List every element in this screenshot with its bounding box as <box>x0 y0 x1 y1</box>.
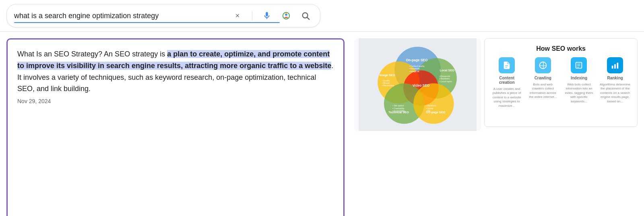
how-seo-card[interactable]: How SEO works Content creation A user cr… <box>484 38 638 127</box>
snippet-date: Nov 29, 2024 <box>17 98 334 104</box>
google-search-button[interactable] <box>298 8 313 23</box>
svg-point-10 <box>413 83 454 124</box>
search-underline <box>14 22 280 23</box>
search-input-wrapper[interactable]: what is a search engine optimization str… <box>6 4 320 27</box>
search-icon <box>301 11 310 20</box>
search-bar: what is a search engine optimization str… <box>0 0 644 32</box>
svg-text:• Backlinks: • Backlinks <box>426 104 437 107</box>
step-label-ranking: Ranking <box>607 76 623 80</box>
voice-search-button[interactable] <box>260 8 274 23</box>
main-content: What Is an SEO Strategy? An SEO strategy… <box>0 32 644 216</box>
svg-rect-39 <box>612 66 613 69</box>
svg-text:• Local topics: • Local topics <box>440 80 452 83</box>
svg-text:• Image-alt: • Image-alt <box>409 70 420 73</box>
svg-text:• PR: • PR <box>426 110 431 112</box>
svg-rect-41 <box>617 63 619 69</box>
svg-text:Local SEO: Local SEO <box>440 69 455 72</box>
venn-diagram-card[interactable]: On-page SEO Local SEO Image SEO Video SE… <box>354 38 481 131</box>
step-ranking: Ranking Algorithms determine the placeme… <box>599 57 631 108</box>
step-desc-indexing: Web bots collect information into an ind… <box>564 83 595 104</box>
svg-text:• Quality: • Quality <box>382 79 390 82</box>
step-desc-ranking: Algorithms determine the placement of th… <box>599 83 631 104</box>
lens-button[interactable] <box>279 8 293 23</box>
svg-text:• Alt-text: • Alt-text <box>382 82 390 84</box>
snippet-text-before: What Is an SEO Strategy? An SEO strategy… <box>17 50 167 58</box>
crawling-icon <box>535 57 551 73</box>
icon-divider <box>252 11 252 21</box>
clear-button[interactable]: × <box>230 8 245 23</box>
how-seo-steps: Content creation A user creates and publ… <box>491 57 631 108</box>
svg-text:• Site speed: • Site speed <box>392 104 404 107</box>
svg-text:• Keywords: • Keywords <box>409 67 420 70</box>
svg-text:• Social: • Social <box>426 107 433 110</box>
images-panel: On-page SEO Local SEO Image SEO Video SE… <box>354 38 638 216</box>
step-indexing: Indexing Web bots collect information in… <box>564 57 595 108</box>
step-desc-content: A user creates and publishes a piece of … <box>491 87 522 108</box>
venn-diagram-svg: On-page SEO Local SEO Image SEO Video SE… <box>354 38 481 131</box>
svg-text:• Content quality: • Content quality <box>409 65 425 67</box>
lens-icon <box>282 11 291 20</box>
snippet-text: What Is an SEO Strategy? An SEO strategy… <box>17 48 334 95</box>
step-label-indexing: Indexing <box>571 76 587 80</box>
step-content-creation: Content creation A user creates and publ… <box>491 57 522 108</box>
svg-point-34 <box>540 62 547 69</box>
image-pair: On-page SEO Local SEO Image SEO Video SE… <box>354 38 638 131</box>
how-seo-title: How SEO works <box>491 45 631 52</box>
step-label-content: Content creation <box>491 76 522 85</box>
featured-snippet: What Is an SEO Strategy? An SEO strategy… <box>6 38 345 216</box>
ranking-icon <box>607 57 623 73</box>
svg-text:On-page SEO: On-page SEO <box>406 58 428 62</box>
clear-icon: × <box>235 12 240 20</box>
svg-text:Image SEO: Image SEO <box>380 73 395 77</box>
svg-text:• Keywords: • Keywords <box>440 75 450 77</box>
content-creation-icon <box>499 57 515 73</box>
svg-text:Video SEO: Video SEO <box>413 83 430 87</box>
mic-icon <box>262 11 271 20</box>
step-label-crawling: Crawling <box>535 76 551 80</box>
search-action-icons: × <box>230 8 313 23</box>
svg-text:• Crawlability: • Crawlability <box>392 107 405 110</box>
svg-text:• Backlinks: • Backlinks <box>440 77 450 80</box>
indexing-icon <box>571 57 587 73</box>
step-desc-crawling: Bots and web crawlers collect informatio… <box>527 83 559 100</box>
step-crawling: Crawling Bots and web crawlers collect i… <box>527 57 559 108</box>
svg-text:• File-loading: • File-loading <box>382 84 394 87</box>
svg-line-3 <box>307 17 309 19</box>
svg-rect-40 <box>614 64 616 69</box>
search-input[interactable]: what is a search engine optimization str… <box>14 12 225 20</box>
svg-text:• Accessibility: • Accessibility <box>392 110 405 112</box>
